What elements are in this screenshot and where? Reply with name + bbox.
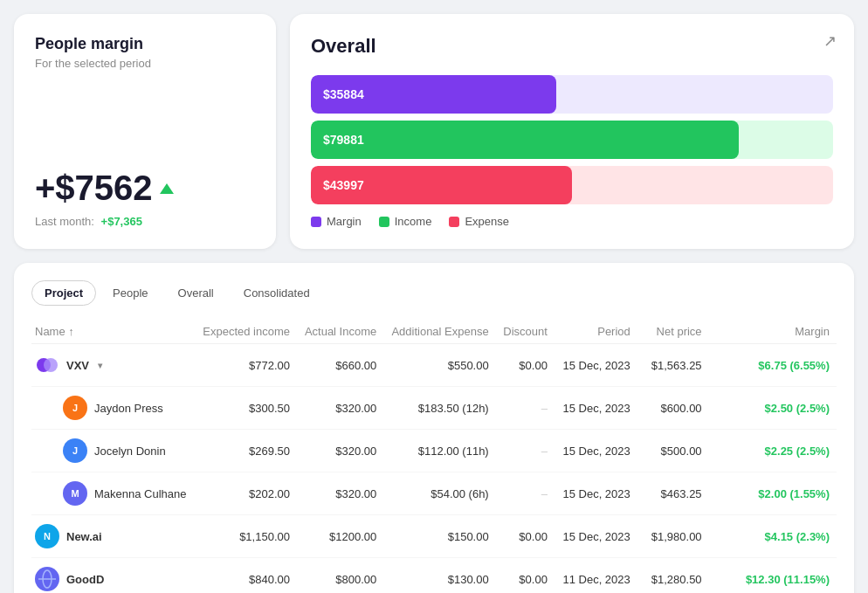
legend-income: Income xyxy=(379,215,432,228)
col-header-1: Expected income xyxy=(195,320,297,344)
cell-discount: $0.00 xyxy=(496,344,555,387)
chevron-down-icon[interactable]: ▾ xyxy=(98,361,102,370)
legend-expense: Expense xyxy=(449,215,509,228)
cell-actual: $800.00 xyxy=(297,558,383,594)
table-row: GoodD$840.00$800.00$130.00$0.0011 Dec, 2… xyxy=(31,558,837,594)
cell-additional: $550.00 xyxy=(383,344,495,387)
cell-net_price: $1,563.25 xyxy=(637,344,709,387)
cell-actual: $320.00 xyxy=(297,387,383,430)
col-header-3: Additional Expense xyxy=(383,320,495,344)
bar-expense: $43997 xyxy=(311,166,833,204)
bar-income: $79881 xyxy=(311,121,833,159)
cell-margin: $2.25 (2.5%) xyxy=(709,430,837,472)
cell-additional: $150.00 xyxy=(383,515,495,558)
cell-actual: $660.00 xyxy=(297,344,383,387)
cell-expected: $1,150.00 xyxy=(195,515,297,558)
cell-discount: $0.00 xyxy=(496,558,555,594)
cell-margin: $12.30 (11.15%) xyxy=(709,558,837,594)
data-table: Name ↑Expected incomeActual IncomeAdditi… xyxy=(31,320,837,593)
avatar: N xyxy=(35,524,59,548)
avatar xyxy=(35,353,59,377)
cell-net_price: $600.00 xyxy=(637,387,709,430)
avatar xyxy=(35,567,59,591)
avatar: M xyxy=(63,481,87,506)
tab-people[interactable]: People xyxy=(100,280,161,306)
cell-expected: $269.50 xyxy=(195,430,297,472)
people-margin-card: People margin For the selected period +$… xyxy=(14,14,276,249)
bar-chart: $35884$79881$43997 xyxy=(311,75,833,204)
legend-margin: Margin xyxy=(311,215,362,228)
legend-dot-income xyxy=(379,217,389,227)
cell-expected: $772.00 xyxy=(195,344,297,387)
legend-dot-margin xyxy=(311,217,321,227)
tab-project[interactable]: Project xyxy=(31,280,96,306)
col-header-0: Name ↑ xyxy=(31,320,195,344)
cell-discount: – xyxy=(496,430,555,472)
cell-additional: $183.50 (12h) xyxy=(383,387,495,430)
table-row: JJocelyn Donin$269.50$320.00$112.00 (11h… xyxy=(31,430,837,472)
cell-net_price: $1,280.50 xyxy=(637,558,709,594)
col-header-4: Discount xyxy=(496,320,555,344)
cell-margin: $2.50 (2.5%) xyxy=(709,387,837,430)
bottom-table-card: ProjectPeopleOverallConsolidated Name ↑E… xyxy=(14,263,854,593)
table-row: MMakenna Culhane$202.00$320.00$54.00 (6h… xyxy=(31,472,837,515)
last-month-text: Last month: +$7,365 xyxy=(35,215,255,228)
external-link-icon[interactable]: ↗ xyxy=(823,31,837,51)
people-margin-value: +$7562 xyxy=(35,141,255,208)
col-header-6: Net price xyxy=(637,320,709,344)
cell-discount: $0.00 xyxy=(496,515,555,558)
cell-margin: $2.00 (1.55%) xyxy=(709,472,837,515)
chart-legend: MarginIncomeExpense xyxy=(311,215,833,228)
col-header-7: Margin xyxy=(709,320,837,344)
col-header-2: Actual Income xyxy=(297,320,383,344)
col-header-5: Period xyxy=(555,320,637,344)
cell-actual: $320.00 xyxy=(297,430,383,472)
name-cell: JJaydon Press xyxy=(63,396,188,420)
trend-up-icon xyxy=(160,183,174,194)
cell-additional: $54.00 (6h) xyxy=(383,472,495,515)
cell-expected: $840.00 xyxy=(195,558,297,594)
bar-margin: $35884 xyxy=(311,75,833,114)
table-row: NNew.ai$1,150.00$1200.00$150.00$0.0015 D… xyxy=(31,515,837,558)
legend-dot-expense xyxy=(449,217,459,227)
tab-bar: ProjectPeopleOverallConsolidated xyxy=(31,280,837,306)
people-margin-title: People margin xyxy=(35,35,255,53)
avatar: J xyxy=(63,438,87,463)
overall-card: Overall ↗ $35884$79881$43997 MarginIncom… xyxy=(290,14,854,249)
cell-discount: – xyxy=(496,387,555,430)
avatar: J xyxy=(63,396,87,420)
cell-expected: $202.00 xyxy=(195,472,297,515)
cell-actual: $320.00 xyxy=(297,472,383,515)
svg-point-1 xyxy=(44,358,58,372)
cell-discount: – xyxy=(496,472,555,515)
name-cell: NNew.ai xyxy=(35,524,188,548)
tab-overall[interactable]: Overall xyxy=(165,280,227,306)
name-cell: JJocelyn Donin xyxy=(63,438,188,463)
cell-period: 15 Dec, 2023 xyxy=(555,344,637,387)
cell-net_price: $463.25 xyxy=(637,472,709,515)
cell-net_price: $1,980.00 xyxy=(637,515,709,558)
cell-expected: $300.50 xyxy=(195,387,297,430)
name-cell: GoodD xyxy=(35,567,188,591)
cell-net_price: $500.00 xyxy=(637,430,709,472)
name-cell: MMakenna Culhane xyxy=(63,481,188,506)
cell-margin: $4.15 (2.3%) xyxy=(709,515,837,558)
cell-period: 15 Dec, 2023 xyxy=(555,430,637,472)
cell-period: 11 Dec, 2023 xyxy=(555,558,637,594)
cell-additional: $130.00 xyxy=(383,558,495,594)
people-margin-subtitle: For the selected period xyxy=(35,57,255,70)
name-cell: VXV▾ xyxy=(35,353,188,377)
cell-additional: $112.00 (11h) xyxy=(383,430,495,472)
cell-period: 15 Dec, 2023 xyxy=(555,387,637,430)
cell-actual: $1200.00 xyxy=(297,515,383,558)
overall-title: Overall xyxy=(311,35,833,58)
cell-margin: $6.75 (6.55%) xyxy=(709,344,837,387)
table-row: VXV▾$772.00$660.00$550.00$0.0015 Dec, 20… xyxy=(31,344,837,387)
tab-consolidated[interactable]: Consolidated xyxy=(231,280,323,306)
table-row: JJaydon Press$300.50$320.00$183.50 (12h)… xyxy=(31,387,837,430)
cell-period: 15 Dec, 2023 xyxy=(555,472,637,515)
cell-period: 15 Dec, 2023 xyxy=(555,515,637,558)
